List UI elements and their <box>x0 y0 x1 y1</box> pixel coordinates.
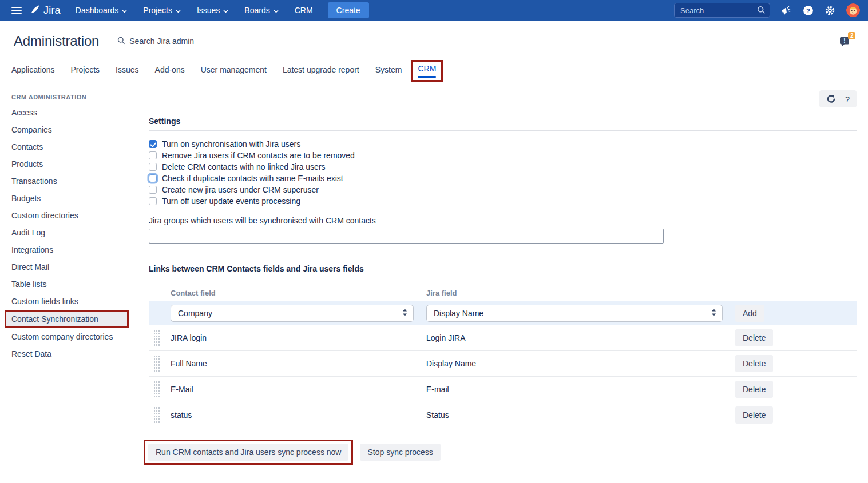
nav-dashboards-label: Dashboards <box>76 6 119 15</box>
sidebar-item-budgets[interactable]: Budgets <box>11 190 137 207</box>
jira-field-value: Status <box>426 410 735 420</box>
content-panel: ? Settings Turn on synchronisation with … <box>137 82 868 478</box>
nav-issues-label: Issues <box>197 6 220 15</box>
sidebar-item-audit-log[interactable]: Audit Log <box>11 224 137 241</box>
notification-icon[interactable]: ! 2 <box>838 34 854 49</box>
sidebar-item-companies[interactable]: Companies <box>11 121 137 138</box>
delete-button[interactable]: Delete <box>735 381 773 398</box>
tab-user-management[interactable]: User management <box>201 65 267 82</box>
admin-tabs: Applications Projects Issues Add-ons Use… <box>0 49 868 82</box>
jira-field-value: E-mail <box>426 385 735 394</box>
help-icon[interactable]: ? <box>803 5 814 16</box>
contact-field-select-value: Company <box>178 309 212 318</box>
checkbox-check-duplicates[interactable] <box>149 174 157 182</box>
tab-crm[interactable]: CRM <box>411 60 443 82</box>
select-spinner-icon <box>711 308 716 318</box>
sidebar-item-integrations[interactable]: Integrations <box>11 241 137 258</box>
nav-projects[interactable]: Projects <box>143 6 181 15</box>
checkbox-label[interactable]: Check if duplicate contacts with same E-… <box>162 174 343 183</box>
announcement-icon[interactable] <box>781 6 792 15</box>
run-sync-annotation-box: Run CRM contacts and Jira users sync pro… <box>144 440 353 465</box>
chevron-down-icon <box>274 6 279 15</box>
tab-crm-label: CRM <box>418 64 436 73</box>
checkbox-label[interactable]: Delete CRM contacts with no linked Jira … <box>162 162 326 171</box>
delete-button[interactable]: Delete <box>735 406 773 424</box>
jira-field-value: Login JIRA <box>426 333 735 342</box>
chevron-down-icon <box>223 6 228 15</box>
checkbox-delete-contacts[interactable] <box>149 163 157 171</box>
tab-applications[interactable]: Applications <box>11 65 55 82</box>
search-icon[interactable] <box>757 6 766 17</box>
run-sync-button[interactable]: Run CRM contacts and Jira users sync pro… <box>148 444 348 461</box>
checkbox-turn-off-events[interactable] <box>149 197 157 205</box>
nav-dashboards[interactable]: Dashboards <box>76 6 128 15</box>
help-button[interactable]: ? <box>845 94 850 104</box>
jira-field-select-value: Display Name <box>434 309 483 318</box>
tab-add-ons[interactable]: Add-ons <box>155 65 185 82</box>
create-button[interactable]: Create <box>328 2 369 18</box>
sidebar-item-contact-synchronization[interactable]: Contact Synchronization <box>5 310 129 328</box>
page-title: Administration <box>14 33 99 49</box>
nav-issues[interactable]: Issues <box>197 6 228 15</box>
contact-field-value: status <box>171 410 426 420</box>
jira-logo-text: Jira <box>43 5 61 17</box>
sidebar-item-contacts[interactable]: Contacts <box>11 138 137 155</box>
chevron-down-icon <box>176 6 181 15</box>
checkbox-label[interactable]: Create new jira users under CRM superuse… <box>162 185 319 194</box>
tab-system[interactable]: System <box>375 65 402 82</box>
sync-actions: Run CRM contacts and Jira users sync pro… <box>149 440 857 465</box>
checkbox-label[interactable]: Turn on synchronisation with Jira users <box>162 139 300 149</box>
user-avatar[interactable] <box>846 3 860 17</box>
hamburger-menu-icon[interactable] <box>11 7 22 14</box>
navbar-right: ? <box>674 3 860 18</box>
top-navbar: Jira Dashboards Projects Issues Boards C… <box>0 0 868 21</box>
nav-crm[interactable]: CRM <box>295 6 313 15</box>
sidebar-item-custom-company-directories[interactable]: Custom company directories <box>11 328 137 345</box>
sidebar-item-reset-data[interactable]: Reset Data <box>11 345 137 362</box>
checkbox-row-turn-off-events: Turn off user update events processing <box>149 195 857 207</box>
nav-crm-label: CRM <box>295 6 313 15</box>
delete-button[interactable]: Delete <box>735 355 773 372</box>
contact-field-value: Full Name <box>171 359 426 368</box>
drag-handle-icon[interactable] <box>153 355 160 372</box>
delete-button[interactable]: Delete <box>735 329 773 346</box>
jira-field-select[interactable]: Display Name <box>426 305 723 322</box>
checkbox-row-sync-on: Turn on synchronisation with Jira users <box>149 138 857 150</box>
drag-handle-icon[interactable] <box>153 329 160 346</box>
field-links-table: Contact field Jira field Company Display… <box>149 284 857 428</box>
notification-badge: 2 <box>848 32 855 39</box>
checkbox-create-under-superuser[interactable] <box>149 186 157 194</box>
sidebar-item-custom-directories[interactable]: Custom directories <box>11 207 137 224</box>
add-button[interactable]: Add <box>735 305 764 322</box>
tab-projects[interactable]: Projects <box>71 65 100 82</box>
sidebar-item-custom-fields-links[interactable]: Custom fields links <box>11 293 137 310</box>
sidebar-item-direct-mail[interactable]: Direct Mail <box>11 258 137 276</box>
jira-field-value: Display Name <box>426 359 735 368</box>
jira-logo[interactable]: Jira <box>30 4 61 17</box>
drag-handle-icon[interactable] <box>153 381 160 398</box>
stop-sync-button[interactable]: Stop sync process <box>360 444 440 461</box>
refresh-icon[interactable] <box>826 94 836 104</box>
sidebar-item-access[interactable]: Access <box>11 104 137 121</box>
sidebar-item-table-lists[interactable]: Table lists <box>11 276 137 293</box>
gear-icon[interactable] <box>825 5 835 16</box>
checkbox-sync-on[interactable] <box>149 140 157 148</box>
settings-heading: Settings <box>149 117 857 131</box>
contact-field-value: E-Mail <box>171 385 426 394</box>
navbar-search-input[interactable] <box>674 3 770 18</box>
checkbox-row-create-under-superuser: Create new jira users under CRM superuse… <box>149 184 857 195</box>
contact-field-select[interactable]: Company <box>171 305 414 322</box>
nav-menu: Dashboards Projects Issues Boards CRM <box>76 6 313 15</box>
admin-search[interactable]: Search Jira admin <box>117 37 194 46</box>
tab-latest-upgrade-report[interactable]: Latest upgrade report <box>283 65 359 82</box>
nav-boards[interactable]: Boards <box>244 6 278 15</box>
checkbox-remove-users[interactable] <box>149 151 157 159</box>
checkbox-label[interactable]: Remove Jira users if CRM contacts are to… <box>162 151 355 160</box>
links-heading: Links between CRM Contacts fields and Ji… <box>149 264 857 278</box>
jira-groups-input[interactable] <box>149 229 664 244</box>
checkbox-label[interactable]: Turn off user update events processing <box>162 197 300 206</box>
drag-handle-icon[interactable] <box>153 406 160 424</box>
tab-issues[interactable]: Issues <box>116 65 138 82</box>
sidebar-item-products[interactable]: Products <box>11 155 137 173</box>
sidebar-item-transactions[interactable]: Transactions <box>11 173 137 190</box>
